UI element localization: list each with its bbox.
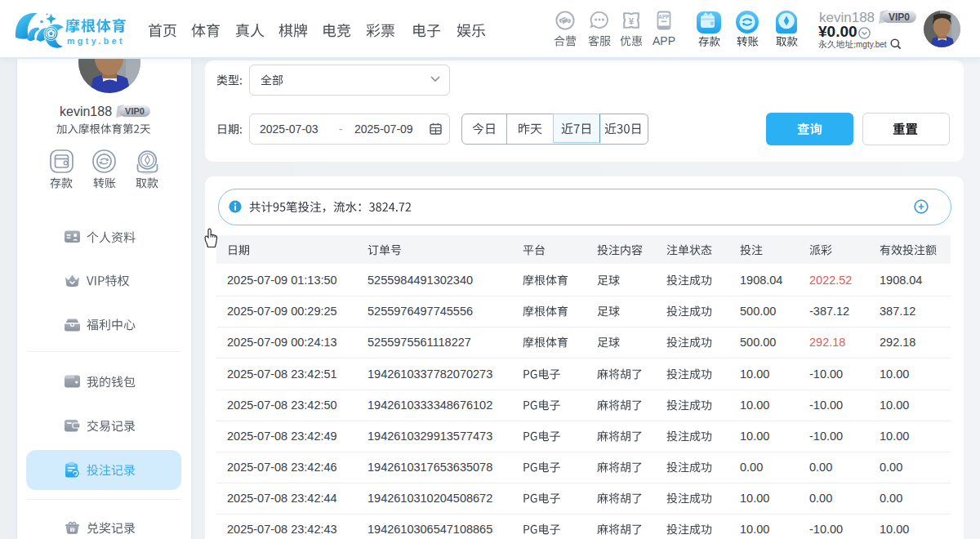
svg-text:APP: APP [658, 14, 670, 20]
svg-text:VIP0: VIP0 [889, 11, 910, 23]
svg-text:VIP0: VIP0 [125, 106, 145, 116]
svg-text:¥: ¥ [629, 16, 635, 26]
